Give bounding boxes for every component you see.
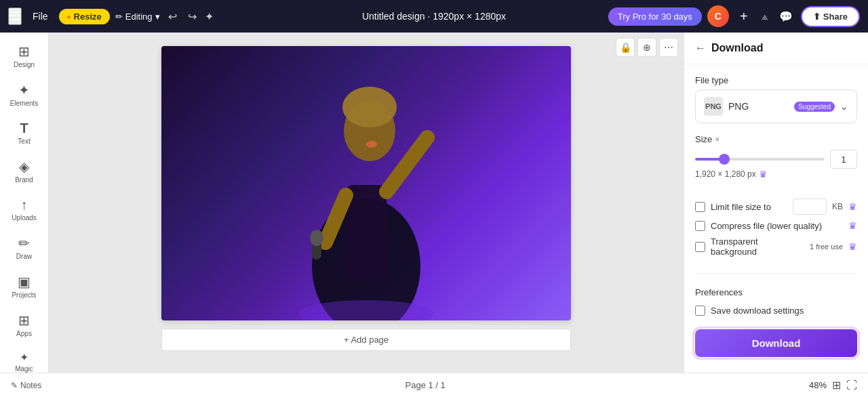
duplicate-icon-button[interactable]: ⊕ bbox=[637, 38, 656, 57]
chart-icon-button[interactable]: ⟁ bbox=[759, 7, 771, 25]
magic-button[interactable]: ✦ bbox=[205, 10, 214, 23]
chat-icon-button[interactable]: 💬 bbox=[776, 7, 795, 26]
try-pro-button[interactable]: Try Pro for 30 days bbox=[608, 7, 702, 26]
design-icon: ⊞ bbox=[18, 43, 30, 60]
topbar-left: ☰ File ● Resize ✏ Editing ▾ ↩ ↪ ✦ bbox=[8, 7, 288, 26]
file-type-label: File type bbox=[695, 75, 857, 85]
bottom-left: ✎ Notes bbox=[11, 381, 41, 390]
redo-button[interactable]: ↪ bbox=[185, 7, 199, 26]
sidebar-item-projects[interactable]: ▣ Projects bbox=[3, 268, 46, 304]
size-input[interactable] bbox=[830, 150, 857, 169]
bottom-center: Page 1 / 1 bbox=[406, 380, 446, 390]
save-settings-row: Save download settings bbox=[695, 303, 857, 318]
zoom-level: 48% bbox=[809, 380, 827, 390]
save-settings-label: Save download settings bbox=[711, 306, 857, 316]
compress-crown-icon: ♛ bbox=[848, 220, 857, 231]
sidebar-item-label: Elements bbox=[10, 100, 39, 107]
transparent-checkbox[interactable] bbox=[695, 242, 705, 252]
notes-label: Notes bbox=[20, 381, 41, 390]
kb-value-input[interactable] bbox=[793, 198, 827, 215]
file-type-name: PNG bbox=[728, 101, 789, 112]
sidebar-item-label: Projects bbox=[12, 291, 36, 299]
compress-checkbox[interactable] bbox=[695, 221, 705, 231]
share-button[interactable]: ⬆ Share bbox=[801, 6, 860, 27]
sidebar-item-label: Text bbox=[18, 138, 30, 145]
left-sidebar: ⊞ Design ✦ Elements T Text ◈ Brand ↑ Upl… bbox=[0, 33, 49, 373]
notes-icon: ✎ bbox=[11, 381, 18, 390]
sidebar-item-uploads[interactable]: ↑ Uploads bbox=[3, 192, 46, 227]
slider-row bbox=[695, 150, 857, 169]
add-page-button[interactable]: + Add page bbox=[161, 329, 571, 351]
main-area: ⊞ Design ✦ Elements T Text ◈ Brand ↑ Upl… bbox=[0, 33, 868, 373]
preferences-section: Preferences Save download settings bbox=[695, 287, 857, 318]
bottom-right: 48% ⊞ ⛶ bbox=[809, 379, 857, 392]
size-dims: 1,920 × 1,280 px ♛ bbox=[695, 169, 857, 180]
suggested-badge: Suggested bbox=[794, 102, 835, 112]
svg-point-7 bbox=[310, 230, 323, 246]
limit-file-size-checkbox[interactable] bbox=[695, 202, 705, 212]
resize-button[interactable]: ● Resize bbox=[59, 9, 110, 24]
page-info: Page 1 / 1 bbox=[406, 380, 446, 390]
lock-icon-button[interactable]: 🔒 bbox=[616, 38, 635, 57]
sidebar-item-design[interactable]: ⊞ Design bbox=[3, 38, 46, 74]
fullscreen-button[interactable]: ⛶ bbox=[846, 379, 857, 392]
uploads-icon: ↑ bbox=[21, 197, 28, 213]
brand-icon: ◈ bbox=[19, 159, 29, 175]
preferences-label: Preferences bbox=[695, 287, 857, 297]
projects-icon: ▣ bbox=[18, 274, 31, 290]
share-icon: ⬆ bbox=[813, 12, 821, 22]
panel-body: File type PNG PNG Suggested ⌄ Size × bbox=[684, 64, 868, 368]
canvas-toolbar: 🔒 ⊕ ⋯ bbox=[616, 38, 678, 57]
file-menu-button[interactable]: File bbox=[27, 8, 54, 24]
file-icon-text: PNG bbox=[705, 102, 722, 110]
save-settings-checkbox[interactable] bbox=[695, 306, 705, 316]
elements-icon: ✦ bbox=[18, 82, 30, 98]
svg-point-3 bbox=[342, 87, 397, 127]
magic-media-icon: ✦ bbox=[20, 351, 28, 364]
limit-file-size-label: Limit file size to bbox=[711, 202, 787, 212]
panel-back-button[interactable]: ← bbox=[695, 42, 706, 54]
size-slider[interactable] bbox=[695, 158, 825, 161]
undo-button[interactable]: ↩ bbox=[165, 7, 180, 26]
sidebar-item-elements[interactable]: ✦ Elements bbox=[3, 77, 46, 112]
canvas-image[interactable] bbox=[161, 46, 571, 320]
canvas-area: 🔒 ⊕ ⋯ bbox=[49, 33, 684, 373]
sidebar-item-label: Draw bbox=[16, 253, 32, 260]
sidebar-item-label: Design bbox=[14, 61, 35, 68]
more-options-button[interactable]: ⋯ bbox=[659, 38, 678, 57]
notes-button[interactable]: ✎ Notes bbox=[11, 381, 41, 390]
sidebar-item-label: Uploads bbox=[12, 214, 37, 222]
bottom-bar: ✎ Notes Page 1 / 1 48% ⊞ ⛶ bbox=[0, 373, 868, 397]
sidebar-item-magic-media[interactable]: ✦ Magic Media bbox=[3, 346, 46, 373]
grid-view-button[interactable]: ⊞ bbox=[832, 379, 841, 392]
svg-line-4 bbox=[387, 138, 427, 192]
options-section: Limit file size to KB ♛ Compress file (l… bbox=[695, 196, 857, 259]
menu-icon-button[interactable]: ☰ bbox=[8, 7, 22, 25]
sidebar-item-text[interactable]: T Text bbox=[3, 115, 46, 150]
sidebar-item-apps[interactable]: ⊞ Apps bbox=[3, 307, 46, 343]
file-type-select[interactable]: PNG PNG Suggested ⌄ bbox=[695, 89, 857, 123]
share-label: Share bbox=[823, 12, 848, 22]
svg-point-8 bbox=[366, 141, 377, 148]
topbar-center: Untitled design · 1920px × 1280px bbox=[294, 11, 574, 22]
file-type-icon: PNG bbox=[704, 97, 723, 116]
topbar-right: Try Pro for 30 days C + ⟁ 💬 ⬆ Share bbox=[580, 5, 860, 27]
panel-title: Download bbox=[711, 42, 857, 54]
design-title: Untitled design · 1920px × 1280px bbox=[362, 11, 506, 22]
right-panel: ← Download File type PNG PNG Suggested ⌄ bbox=[684, 33, 868, 373]
limit-file-size-row: Limit file size to KB ♛ bbox=[695, 196, 857, 217]
avatar[interactable]: C bbox=[707, 5, 729, 27]
sidebar-item-draw[interactable]: ✏ Draw bbox=[3, 230, 46, 266]
svg-point-9 bbox=[298, 300, 434, 320]
kb-label: KB bbox=[832, 202, 843, 211]
sidebar-item-brand[interactable]: ◈ Brand bbox=[3, 153, 46, 189]
resize-dot-icon: ● bbox=[67, 13, 71, 20]
transparent-crown-icon: ♛ bbox=[848, 241, 857, 252]
crown-icon: ♛ bbox=[759, 169, 768, 180]
editing-mode-button[interactable]: ✏ Editing ▾ bbox=[115, 12, 160, 22]
add-button[interactable]: + bbox=[734, 7, 753, 26]
download-button[interactable]: Download bbox=[695, 329, 857, 357]
edit-icon: ✏ bbox=[115, 12, 123, 22]
topbar: ☰ File ● Resize ✏ Editing ▾ ↩ ↪ ✦ Untitl… bbox=[0, 0, 868, 33]
size-header: Size × bbox=[695, 134, 857, 144]
